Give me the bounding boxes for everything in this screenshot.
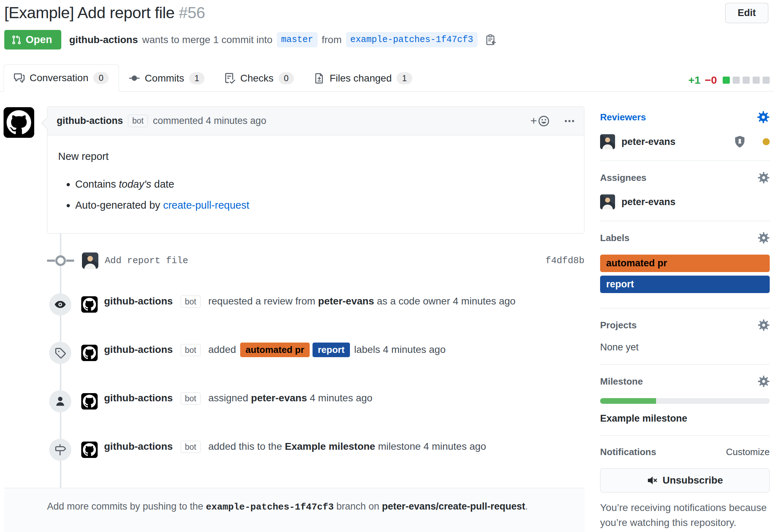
commit-sha[interactable]: f4dfd8b: [546, 255, 584, 266]
projects-section: Projects None yet: [600, 319, 770, 365]
event-actor[interactable]: github-actions: [104, 296, 173, 307]
list-item-text: date: [151, 178, 175, 190]
tab-checks[interactable]: Checks 0: [215, 65, 304, 92]
reviewers-gear-icon[interactable]: [757, 111, 770, 124]
label-report[interactable]: report: [313, 343, 350, 357]
unsubscribe-button[interactable]: Unsubscribe: [600, 468, 770, 492]
milestone-progress-bar: [600, 398, 770, 404]
file-diff-icon: [314, 73, 325, 84]
merge-summary-text: wants to merge 1 commit into: [142, 34, 273, 46]
github-actions-avatar[interactable]: [81, 442, 98, 458]
github-actions-avatar[interactable]: [81, 393, 98, 410]
tab-commits[interactable]: Commits 1: [119, 65, 215, 92]
notifications-title: Notifications: [600, 447, 656, 458]
bot-badge: bot: [181, 296, 201, 308]
bot-badge: bot: [181, 441, 201, 453]
assignee-avatar[interactable]: [600, 194, 615, 209]
pr-author: github-actions: [69, 34, 138, 46]
diffstat-deletions: −0: [705, 74, 717, 86]
diffstat: +1 −0: [688, 74, 770, 91]
create-pull-request-link[interactable]: create-pull-request: [163, 199, 249, 211]
pr-tab-bar: Conversation 0 Commits 1 Checks 0 Files …: [0, 64, 774, 92]
git-pull-request-icon: [11, 35, 21, 45]
comment-author[interactable]: github-actions: [57, 115, 123, 126]
label-automated-pr[interactable]: automated pr: [240, 343, 310, 357]
comment-header: github-actions bot commented 4 minutes a…: [47, 107, 584, 135]
footer-text: branch on: [334, 501, 382, 512]
event-suffix: as a code owner 4 minutes ago: [374, 296, 516, 307]
pending-review-dot: [763, 138, 770, 145]
comment-paragraph: New report: [58, 149, 573, 165]
event-text: github-actions bot requested a review fr…: [104, 292, 516, 307]
event-target[interactable]: peter-evans: [251, 392, 307, 403]
reviewers-title[interactable]: Reviewers: [600, 112, 646, 123]
github-actions-avatar[interactable]: [81, 296, 98, 313]
git-commit-node-icon: [47, 254, 74, 268]
diff-block: [733, 77, 740, 84]
event-target[interactable]: peter-evans: [318, 296, 374, 307]
event-text: github-actions bot added this to the Exa…: [104, 437, 486, 452]
tab-conversation[interactable]: Conversation 0: [4, 64, 119, 92]
discussion-timeline: github-actions bot commented 4 minutes a…: [4, 106, 584, 532]
diffstat-additions: +1: [688, 74, 701, 86]
bot-badge: bot: [181, 344, 201, 356]
tab-conversation-label: Conversation: [30, 72, 88, 84]
reviewer-name[interactable]: peter-evans: [621, 136, 676, 147]
projects-gear-icon[interactable]: [758, 319, 770, 331]
notifications-note: You’re receiving notifications because y…: [600, 500, 770, 530]
head-branch-label[interactable]: example-patches-1f47cf3: [346, 32, 478, 47]
timeline-event-milestoned: github-actions bot added this to the Exa…: [4, 439, 584, 461]
github-actions-avatar[interactable]: [81, 345, 98, 361]
pr-content: github-actions bot commented 4 minutes a…: [0, 92, 774, 532]
milestone-name[interactable]: Example milestone: [600, 413, 687, 424]
commits-count: 1: [189, 72, 205, 84]
committer-avatar[interactable]: [82, 252, 98, 269]
unsubscribe-label: Unsubscribe: [662, 475, 723, 486]
label-automated-pr[interactable]: automated pr: [600, 255, 770, 272]
commit-message[interactable]: Add report file: [105, 255, 188, 266]
diff-block: [723, 77, 730, 84]
milestone-gear-icon[interactable]: [758, 375, 770, 387]
github-actions-avatar[interactable]: [4, 107, 34, 138]
copy-branch-icon[interactable]: [485, 34, 496, 46]
reviewer-avatar[interactable]: [600, 134, 615, 149]
tab-commits-label: Commits: [145, 73, 184, 84]
diff-block: [743, 77, 750, 84]
list-item-emphasis: today's: [119, 178, 151, 190]
pr-number: #56: [179, 4, 205, 22]
timeline-event-labeled: github-actions bot added automated prrep…: [4, 343, 584, 365]
milestone-title: Milestone: [600, 376, 643, 387]
comment-discussion-icon: [14, 73, 25, 83]
event-target[interactable]: Example milestone: [285, 441, 375, 452]
diff-block: [763, 77, 770, 84]
assignee-name[interactable]: peter-evans: [621, 197, 676, 208]
kebab-menu-icon[interactable]: [564, 116, 575, 126]
assignees-title: Assignees: [600, 172, 646, 183]
assignees-gear-icon[interactable]: [758, 172, 770, 184]
timeline-event-assigned: github-actions bot assigned peter-evans …: [4, 391, 584, 413]
shield-icon: [733, 135, 746, 148]
event-suffix: labels 4 minutes ago: [351, 344, 446, 355]
merge-summary: github-actions wants to merge 1 commit i…: [69, 32, 496, 47]
event-actor[interactable]: github-actions: [104, 441, 173, 452]
event-verb: added this to the: [206, 441, 285, 452]
comment-body: New report Contains today's date Auto-ge…: [47, 135, 584, 233]
base-branch-label[interactable]: master: [277, 32, 318, 47]
person-icon: [49, 390, 71, 412]
event-actor[interactable]: github-actions: [104, 344, 173, 355]
labels-gear-icon[interactable]: [758, 232, 770, 244]
tab-files-changed[interactable]: Files changed 1: [304, 65, 422, 92]
add-reaction-button[interactable]: +: [530, 114, 550, 127]
event-actor[interactable]: github-actions: [104, 392, 173, 403]
commit-row: Add report file f4dfd8b: [4, 252, 584, 269]
assignees-section: Assignees peter-evans: [600, 172, 770, 221]
comment-list-item: Contains today's date: [75, 177, 573, 192]
reviewer-row: peter-evans: [600, 134, 770, 149]
event-text: github-actions bot added automated prrep…: [104, 340, 445, 355]
label-report[interactable]: report: [600, 276, 770, 293]
edit-button[interactable]: Edit: [725, 3, 768, 23]
git-commit-icon: [129, 73, 140, 84]
pr-header: Edit [Example] Add report file #56 Open …: [0, 0, 774, 49]
customize-link[interactable]: Customize: [726, 447, 770, 458]
footer-repo: peter-evans/create-pull-request: [382, 501, 525, 512]
